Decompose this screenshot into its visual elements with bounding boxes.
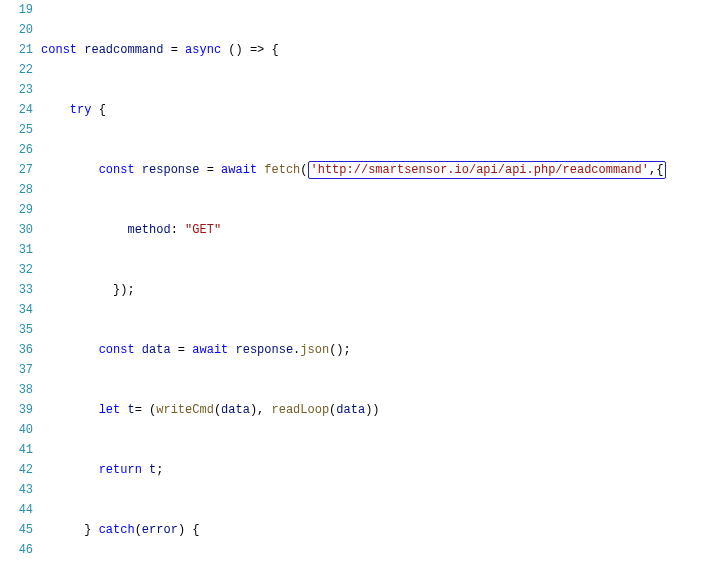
line-number: 35 bbox=[0, 320, 33, 340]
line-number: 20 bbox=[0, 20, 33, 40]
code-line: try { bbox=[41, 100, 724, 120]
line-number: 41 bbox=[0, 440, 33, 460]
code-line: }); bbox=[41, 280, 724, 300]
line-number: 32 bbox=[0, 260, 33, 280]
line-number: 46 bbox=[0, 540, 33, 560]
code-editor: 19 20 21 22 23 24 25 26 27 28 29 30 31 3… bbox=[0, 0, 724, 562]
line-number: 45 bbox=[0, 520, 33, 540]
code-line: const data = await response.json(); bbox=[41, 340, 724, 360]
line-number: 19 bbox=[0, 0, 33, 20]
line-number: 40 bbox=[0, 420, 33, 440]
line-number: 27 bbox=[0, 160, 33, 180]
line-number: 23 bbox=[0, 80, 33, 100]
line-number: 33 bbox=[0, 280, 33, 300]
line-number: 42 bbox=[0, 460, 33, 480]
code-line: const response = await fetch('http://sma… bbox=[41, 160, 724, 180]
line-number: 31 bbox=[0, 240, 33, 260]
code-line: const readcommand = async () => { bbox=[41, 40, 724, 60]
line-number: 34 bbox=[0, 300, 33, 320]
line-number: 29 bbox=[0, 200, 33, 220]
code-line: return t; bbox=[41, 460, 724, 480]
line-number: 44 bbox=[0, 500, 33, 520]
line-number: 22 bbox=[0, 60, 33, 80]
line-number: 43 bbox=[0, 480, 33, 500]
code-line: method: "GET" bbox=[41, 220, 724, 240]
line-number: 39 bbox=[0, 400, 33, 420]
url-highlight: 'http://smartsensor.io/api/api.php/readc… bbox=[308, 161, 667, 179]
code-line: let t= (writeCmd(data), readLoop(data)) bbox=[41, 400, 724, 420]
line-number: 26 bbox=[0, 140, 33, 160]
code-content: const readcommand = async () => { try { … bbox=[41, 0, 724, 562]
line-number: 37 bbox=[0, 360, 33, 380]
line-number: 30 bbox=[0, 220, 33, 240]
line-number: 21 bbox=[0, 40, 33, 60]
line-number: 28 bbox=[0, 180, 33, 200]
code-line: } catch(error) { bbox=[41, 520, 724, 540]
line-number: 25 bbox=[0, 120, 33, 140]
line-number-gutter: 19 20 21 22 23 24 25 26 27 28 29 30 31 3… bbox=[0, 0, 41, 562]
line-number: 36 bbox=[0, 340, 33, 360]
line-number: 38 bbox=[0, 380, 33, 400]
line-number: 24 bbox=[0, 100, 33, 120]
